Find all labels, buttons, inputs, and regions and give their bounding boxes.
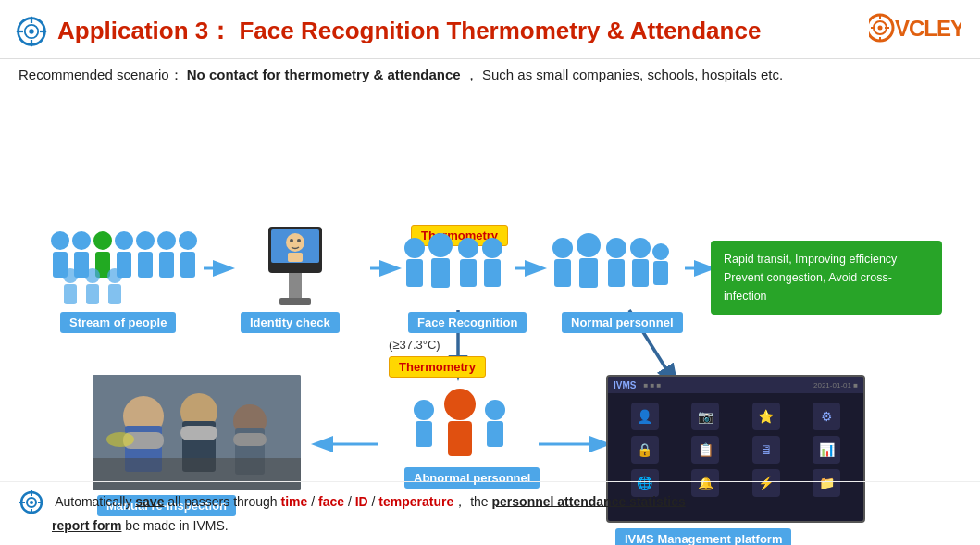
svg-rect-60 bbox=[554, 259, 571, 287]
svg-point-65 bbox=[630, 238, 651, 258]
svg-point-25 bbox=[72, 231, 91, 250]
svg-point-33 bbox=[157, 231, 176, 250]
ivms-icon-8: 📊 bbox=[800, 436, 855, 464]
svg-point-49 bbox=[290, 239, 293, 242]
svg-rect-64 bbox=[608, 259, 625, 287]
svg-rect-62 bbox=[579, 258, 598, 288]
normal-people-group bbox=[544, 231, 674, 309]
identity-device bbox=[233, 222, 358, 309]
svg-point-29 bbox=[115, 231, 133, 250]
svg-point-63 bbox=[606, 238, 626, 258]
ivms-topbar: IVMS ■ ■ ■ 2021-01-01 ■ bbox=[608, 377, 863, 393]
svg-point-59 bbox=[552, 238, 573, 258]
ivms-icon-7: 🖥 bbox=[738, 436, 794, 464]
svg-point-71 bbox=[414, 400, 434, 420]
face-recog-label: Face Recognition bbox=[408, 312, 527, 333]
stream-label: Stream of people bbox=[60, 312, 176, 333]
manual-photo bbox=[93, 375, 301, 490]
svg-rect-32 bbox=[138, 252, 153, 278]
svg-point-73 bbox=[485, 400, 505, 420]
svg-point-61 bbox=[577, 233, 601, 257]
svg-point-69 bbox=[444, 389, 476, 420]
svg-rect-43 bbox=[289, 273, 302, 301]
bottom-text-area: Automatically save all passers through t… bbox=[0, 481, 980, 545]
svg-rect-81 bbox=[180, 426, 217, 440]
svg-rect-48 bbox=[288, 253, 303, 262]
ivms-icon-6: 📋 bbox=[678, 436, 734, 464]
svg-rect-58 bbox=[484, 259, 501, 287]
svg-rect-34 bbox=[159, 252, 174, 278]
svg-point-53 bbox=[428, 233, 453, 257]
svg-rect-68 bbox=[653, 261, 668, 285]
svg-rect-54 bbox=[431, 258, 450, 288]
svg-point-50 bbox=[297, 239, 301, 242]
ivms-icon-3: ⭐ bbox=[738, 403, 794, 430]
abnormal-group bbox=[407, 384, 514, 466]
stream-people-group bbox=[46, 222, 199, 309]
svg-point-27 bbox=[93, 231, 112, 250]
svg-rect-36 bbox=[180, 252, 195, 278]
svg-point-39 bbox=[85, 268, 100, 283]
svg-point-89 bbox=[30, 501, 33, 504]
svg-point-9 bbox=[878, 26, 883, 31]
diagram-area: Stream of people Identity check Thermom bbox=[0, 88, 980, 514]
svg-point-23 bbox=[51, 231, 69, 250]
normal-label: Normal personnel bbox=[562, 312, 683, 333]
svg-rect-40 bbox=[86, 284, 99, 304]
svg-rect-42 bbox=[108, 284, 121, 304]
svg-rect-56 bbox=[460, 259, 477, 287]
header: Application 3： Face Recognition Thermome… bbox=[0, 0, 980, 59]
svg-point-67 bbox=[652, 243, 669, 260]
svg-rect-74 bbox=[487, 421, 503, 447]
temp-note: (≥37.3°C) bbox=[389, 338, 440, 352]
svg-rect-38 bbox=[64, 284, 77, 304]
svg-rect-44 bbox=[279, 298, 311, 305]
svg-point-57 bbox=[482, 238, 502, 258]
svg-point-2 bbox=[29, 29, 33, 33]
thermometry-badge-bottom: Thermometry bbox=[389, 356, 486, 378]
svg-rect-70 bbox=[448, 421, 472, 456]
page-title: Application 3： Face Recognition Thermome… bbox=[57, 15, 761, 47]
page-container: Application 3： Face Recognition Thermome… bbox=[0, 0, 980, 514]
svg-rect-66 bbox=[632, 259, 649, 287]
svg-point-35 bbox=[179, 231, 197, 250]
ivms-icon-5: 🔒 bbox=[617, 436, 673, 464]
bottom-crosshair-icon bbox=[19, 489, 44, 515]
svg-rect-72 bbox=[416, 421, 432, 447]
face-recog-group bbox=[396, 231, 512, 309]
ivms-icon-4: ⚙ bbox=[800, 403, 855, 430]
crosshair-icon bbox=[15, 15, 48, 48]
scenario-line: Recommended scenario： No contact for the… bbox=[0, 59, 980, 88]
ivms-icon-1: 👤 bbox=[617, 403, 673, 430]
green-benefit-box: Rapid transit, Improving efficiency Prev… bbox=[711, 241, 942, 315]
svg-point-37 bbox=[63, 268, 78, 283]
svg-rect-84 bbox=[233, 433, 267, 446]
svg-point-51 bbox=[404, 238, 425, 258]
svg-point-31 bbox=[136, 231, 155, 250]
identity-label: Identity check bbox=[241, 312, 340, 333]
svg-text:VCLEY: VCLEY bbox=[895, 16, 961, 41]
svg-point-55 bbox=[458, 238, 478, 258]
svg-point-41 bbox=[107, 268, 122, 283]
svg-point-86 bbox=[106, 432, 134, 447]
svg-rect-52 bbox=[406, 259, 423, 287]
logo: VCLEY bbox=[869, 9, 961, 53]
ivms-icon-2: 📷 bbox=[678, 403, 734, 430]
